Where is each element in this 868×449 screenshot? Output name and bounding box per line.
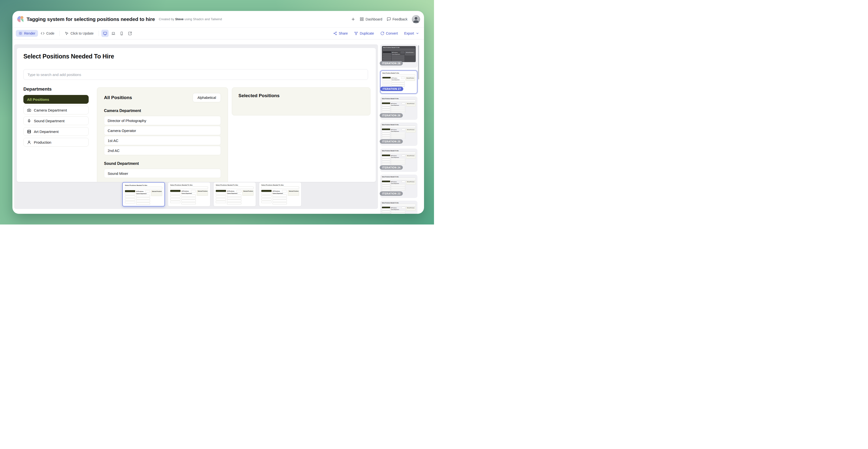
duplicate-button[interactable]: Duplicate	[354, 31, 374, 35]
open-preview-button[interactable]	[126, 30, 133, 37]
page-title: Tagging system for selecting positions n…	[27, 16, 155, 22]
external-link-icon	[128, 31, 132, 36]
search-input[interactable]	[23, 69, 368, 80]
iteration-badge: ITERATION 24	[380, 165, 403, 170]
position-row[interactable]: Sound Mixer	[104, 169, 221, 178]
render-frame-icon	[19, 31, 22, 35]
position-row[interactable]: Camera Operator	[104, 126, 221, 135]
department-production[interactable]: Production	[23, 138, 89, 147]
author-name: Steve	[175, 17, 184, 21]
department-label: Art Department	[34, 130, 59, 134]
department-all-positions[interactable]: All Positions	[23, 95, 89, 104]
version-thumbnail[interactable]: Select Positions Needed To Hire All Posi…	[259, 182, 302, 206]
departments-column: Departments All PositionsCamera Departme…	[23, 87, 89, 147]
mini-preview: Select Positions Needed To Hire All Posi…	[382, 72, 415, 87]
created-by-suffix: using Shadcn and Tailwind	[184, 17, 222, 21]
app-preview-card: Select Positions Needed To Hire Departme…	[17, 48, 376, 182]
version-thumbnails-strip: Select Positions Needed To Hire All Posi…	[122, 182, 302, 206]
position-row[interactable]: 2nd AC	[104, 146, 221, 155]
convert-button[interactable]: Convert	[380, 31, 398, 35]
version-thumbnail[interactable]: Select Positions Needed To Hire All Posi…	[213, 182, 256, 206]
mini-preview: Select Positions Needed To Hire All Posi…	[382, 46, 416, 62]
version-thumbnail[interactable]: Select Positions Needed To Hire All Posi…	[122, 182, 165, 206]
render-label: Render	[24, 31, 35, 35]
convert-label: Convert	[386, 31, 398, 35]
app-logo-icon	[17, 16, 23, 22]
share-label: Share	[339, 31, 348, 35]
iteration-card-partial[interactable]: Select Positions Needed To Hire All Posi…	[380, 201, 417, 214]
position-row[interactable]: 1st AC	[104, 136, 221, 145]
canvas-area: Select Positions Needed To Hire Departme…	[14, 44, 378, 209]
iteration-card[interactable]: Select Positions Needed To Hire All Posi…	[380, 149, 417, 172]
toolbar-actions: Share Duplicate Convert Export	[333, 31, 421, 35]
all-positions-heading: All Positions	[104, 95, 132, 100]
mini-preview: Select Positions Needed To Hire All Posi…	[382, 98, 416, 113]
department-label: Production	[34, 140, 52, 145]
app-header: Tagging system for selecting positions n…	[12, 11, 424, 28]
iteration-badge: ITERATION 27	[380, 87, 403, 91]
department-sound-department[interactable]: Sound Department	[23, 117, 89, 125]
iteration-badge: ITERATION 23	[380, 191, 403, 196]
toolbar-divider	[59, 31, 60, 36]
sort-alphabetical-button[interactable]: Alphabetical	[193, 93, 221, 102]
department-art-department[interactable]: Art Department	[23, 127, 89, 136]
click-to-update-button[interactable]: Click to Update	[62, 30, 96, 37]
mini-preview: Select Positions Needed To Hire All Posi…	[261, 184, 299, 205]
chevron-down-icon	[416, 32, 419, 35]
version-thumbnail[interactable]: Select Positions Needed To Hire All Posi…	[168, 182, 210, 206]
device-laptop-button[interactable]	[110, 30, 117, 37]
iteration-card[interactable]: Select Positions Needed To Hire All Posi…	[380, 70, 417, 94]
created-by: Created by Steve using Shadcn and Tailwi…	[159, 17, 222, 21]
monitor-icon	[103, 31, 107, 36]
laptop-icon	[111, 31, 116, 36]
section-heading: Camera Department	[104, 108, 221, 113]
mini-preview: Select Positions Needed To Hire All Posi…	[216, 184, 253, 205]
mini-preview: Select Positions Needed To Hire All Posi…	[170, 184, 208, 205]
feedback-label: Feedback	[393, 17, 407, 21]
sidebar-scrollbar[interactable]	[418, 45, 419, 79]
section-heading: Sound Department	[104, 161, 221, 166]
position-row[interactable]: Director of Photography	[104, 116, 221, 125]
iteration-badge: ITERATION 25	[380, 139, 403, 144]
departments-heading: Departments	[23, 87, 89, 92]
iterations-sidebar: Select Positions Needed To Hire All Posi…	[380, 44, 417, 214]
department-camera-department[interactable]: Camera Department	[23, 106, 89, 115]
export-button[interactable]: Export	[404, 31, 419, 35]
mini-preview: Select Positions Needed To Hire All Posi…	[382, 124, 416, 139]
film-icon	[27, 130, 31, 134]
share-icon	[333, 31, 337, 35]
device-mobile-button[interactable]	[118, 30, 125, 37]
dashboard-button[interactable]: Dashboard	[360, 17, 382, 21]
new-project-button[interactable]	[351, 17, 355, 22]
camera-icon	[27, 108, 31, 112]
iteration-badge: ITERATION 28	[380, 61, 403, 65]
device-desktop-button[interactable]	[101, 30, 108, 37]
dashboard-label: Dashboard	[366, 17, 382, 21]
user-icon	[27, 140, 31, 145]
department-label: All Positions	[27, 97, 49, 101]
iteration-badge: ITERATION 26	[380, 113, 403, 118]
editor-body: Select Positions Needed To Hire Departme…	[12, 39, 424, 214]
share-button[interactable]: Share	[333, 31, 348, 35]
all-positions-panel: All Positions Alphabetical Camera Depart…	[97, 88, 228, 182]
mic-icon	[27, 119, 31, 123]
plus-icon	[351, 17, 355, 22]
chat-bubble-icon	[387, 17, 391, 21]
smartphone-icon	[120, 31, 124, 36]
code-label: Code	[46, 31, 54, 35]
feedback-button[interactable]: Feedback	[387, 17, 407, 21]
duplicate-label: Duplicate	[360, 31, 374, 35]
grid-icon	[360, 17, 364, 21]
iteration-card[interactable]: Select Positions Needed To Hire All Posi…	[380, 44, 417, 68]
avatar[interactable]	[412, 15, 420, 23]
code-tab[interactable]: Code	[38, 30, 57, 37]
click-to-update-label: Click to Update	[70, 31, 94, 35]
iteration-card[interactable]: Select Positions Needed To Hire All Posi…	[380, 174, 417, 198]
mini-preview: Select Positions Needed To Hire All Posi…	[125, 185, 162, 205]
refresh-icon	[380, 31, 384, 35]
iteration-card[interactable]: Select Positions Needed To Hire All Posi…	[380, 123, 417, 146]
editor-toolbar: Render Code Click to Update	[12, 28, 424, 39]
render-tab[interactable]: Render	[16, 30, 38, 37]
selected-positions-panel: Selected Positions	[232, 88, 370, 116]
iteration-card[interactable]: Select Positions Needed To Hire All Posi…	[380, 96, 417, 120]
